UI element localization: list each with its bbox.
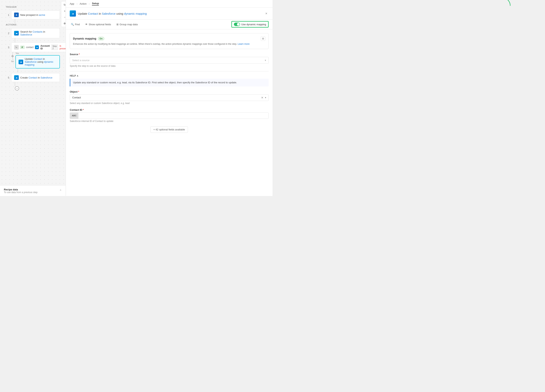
object-value: Contact: [72, 96, 261, 99]
source-select[interactable]: Select a source ▾: [70, 57, 269, 64]
branch-container: No Yes ☁ Update Contact in Salesforce us…: [11, 52, 60, 72]
trigger-label: TRIGGER: [6, 6, 60, 8]
optional-fields-label: + 42 optional fields available: [153, 128, 185, 131]
workflow-container: TRIGGER 1 a New prospect in acme ACTIONS…: [0, 0, 66, 96]
connector-1: [15, 19, 15, 24]
show-optional-btn[interactable]: 👁 Show optional fields: [84, 22, 112, 27]
step-3-account: Account ID: [40, 45, 50, 50]
top-nav: App → Action → Setup: [66, 0, 272, 8]
title-contact: Contact: [88, 12, 98, 15]
panel-sf-icon: ☁: [70, 10, 76, 17]
panel-content: Dynamic mapping On ⊟ Enhances the action…: [66, 29, 272, 196]
help-chevron-up: ∧: [77, 74, 78, 77]
object-chevron: ▾: [265, 96, 266, 99]
optional-fields-btn[interactable]: + 42 optional fields available: [150, 126, 188, 133]
step-card-2[interactable]: ☁ Search for Contacts in Salesforce: [11, 28, 60, 38]
id-field-row: ABC: [70, 113, 269, 119]
show-optional-label: Show optional fields: [89, 23, 111, 26]
title-update: Update: [78, 12, 88, 15]
add-step-btn[interactable]: +: [15, 86, 19, 90]
step-3-branch-icon: ⤷: [14, 45, 19, 50]
side-toolbar: ↻ + − ⊕: [61, 1, 66, 27]
step-3-sf-icon: ☁: [35, 45, 39, 49]
right-panel: App → Action → Setup ☁ Update Contact in…: [66, 0, 272, 196]
step-card-5[interactable]: ☁ Create Contact in Salesforce: [11, 73, 60, 82]
step-number-5: 5: [6, 76, 9, 79]
help-section: HELP ∧ Update any standard or custom rec…: [70, 74, 269, 86]
step-number-2: 2: [6, 32, 9, 35]
recipe-bar[interactable]: Recipe data To use data from a previous …: [0, 185, 66, 196]
step-number-3: 3: [6, 46, 9, 49]
step-4-icon: ☁: [19, 60, 23, 64]
recipe-bar-text: Recipe data To use data from a previous …: [4, 188, 37, 194]
step-card-4[interactable]: ☁ Update Contact in Salesforce using dyn…: [15, 55, 60, 68]
step-3-condition: contact: [26, 46, 34, 49]
show-optional-icon: 👁: [85, 23, 88, 26]
dynamic-mapping-section: Dynamic mapping On ⊟ Enhances the action…: [70, 33, 269, 49]
title-dynamic: dynamic mapping: [124, 12, 147, 15]
fit-btn[interactable]: ⊕: [62, 21, 66, 26]
panel-header: ☁ Update Contact in Salesforce using dyn…: [66, 8, 272, 19]
on-badge: On: [98, 37, 104, 40]
recipe-bar-chevron: ⌃: [59, 189, 62, 193]
title-using: using: [116, 12, 124, 15]
find-label: Find: [75, 23, 80, 26]
group-map-btn[interactable]: ⊞ Group map data: [115, 22, 139, 27]
object-hint: Select any standard or custom Salesforce…: [70, 102, 269, 105]
panel-title: Update Contact in Salesforce using dynam…: [78, 12, 262, 15]
recipe-bar-title: Recipe data: [4, 188, 37, 191]
learn-more-link[interactable]: Learn more: [238, 43, 249, 45]
title-salesforce: Salesforce: [102, 12, 116, 15]
nav-arrow-2: →: [88, 2, 90, 5]
step-2-icon: ☁: [14, 31, 19, 36]
source-chevron: ▾: [265, 59, 266, 62]
step-row-3: 3 ⤷ IF contact ☁ Account ID Step 2 is pr…: [6, 42, 60, 52]
zoom-out-btn[interactable]: −: [62, 14, 66, 20]
step-1-link: acme: [39, 13, 45, 16]
object-field: Object * Contact ✕ ▾ Select any standard…: [70, 90, 269, 105]
step-3-is-present: is present: [60, 45, 66, 50]
expand-btn[interactable]: ⊟: [261, 36, 265, 41]
dynamic-title: Dynamic mapping: [73, 37, 96, 40]
clear-object-icon[interactable]: ✕: [261, 96, 263, 99]
zoom-in-btn[interactable]: +: [62, 8, 66, 14]
branch-diamond: [11, 55, 14, 57]
group-map-label: Group map data: [119, 23, 138, 26]
actions-label: ACTIONS: [6, 24, 60, 26]
action-bar: 🔍 Find 👁 Show optional fields ⊞ Group ma…: [66, 19, 272, 29]
group-map-icon: ⊞: [117, 23, 118, 26]
abc-badge: ABC: [70, 113, 78, 119]
tail-line: [18, 68, 18, 72]
recipe-bar-subtitle: To use data from a previous step: [4, 191, 37, 194]
help-header[interactable]: HELP ∧: [70, 74, 269, 77]
if-badge: IF: [20, 46, 25, 49]
dynamic-toggle-btn[interactable]: Use dynamic mapping: [231, 21, 269, 28]
object-required: *: [78, 90, 79, 93]
object-select[interactable]: Contact ✕ ▾: [70, 94, 269, 101]
step-row-2: 2 ☁ Search for Contacts in Salesforce: [6, 28, 60, 38]
contact-id-field: Contact ID * ABC Salesforce internal ID …: [70, 109, 269, 122]
nav-arrow-1: →: [76, 2, 78, 5]
contact-id-input[interactable]: [78, 113, 268, 119]
branch-tail: [15, 68, 60, 72]
dynamic-desc: Enhances the action by modifying its fie…: [73, 42, 265, 46]
nav-setup: Setup: [92, 2, 99, 6]
step-card-1[interactable]: a New prospect in acme: [11, 10, 60, 19]
find-btn[interactable]: 🔍 Find: [70, 22, 81, 27]
no-label: No: [11, 60, 14, 62]
step-2-text: Search for Contacts in Salesforce: [20, 30, 57, 36]
step-card-3[interactable]: ⤷ IF contact ☁ Account ID Step 2 is pres…: [11, 42, 66, 52]
source-hint: Specify the step to use as the source of…: [70, 65, 269, 67]
contact-id-required: *: [83, 109, 84, 111]
dynamic-header: Dynamic mapping On ⊟: [73, 36, 265, 41]
refresh-btn[interactable]: ↻: [62, 2, 66, 7]
toggle-switch[interactable]: [234, 23, 240, 26]
source-label: Source *: [70, 53, 269, 56]
panel-close-btn[interactable]: ×: [264, 11, 269, 16]
source-required: *: [79, 53, 80, 56]
step-5-icon: ☁: [14, 75, 19, 80]
step-2-tag: Step 2: [51, 45, 58, 50]
optional-fields-container: + 42 optional fields available: [70, 126, 269, 133]
nav-app: App: [70, 2, 74, 5]
source-field: Source * Select a source ▾ Specify the s…: [70, 53, 269, 67]
